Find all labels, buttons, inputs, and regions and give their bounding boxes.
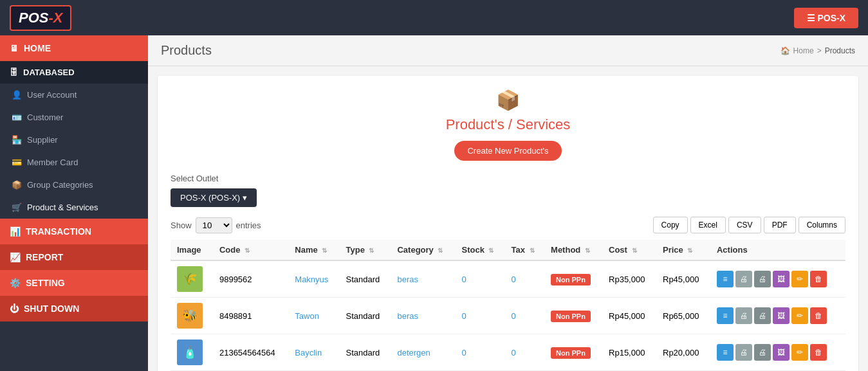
product-name[interactable]: Bayclin xyxy=(295,348,322,357)
sidebar-item-report[interactable]: 📈 REPORT xyxy=(0,244,148,270)
report-icon: 📈 xyxy=(10,252,21,262)
edit-button[interactable]: ✏ xyxy=(791,307,808,324)
delete-button[interactable]: 🗑 xyxy=(810,344,827,361)
print2-button[interactable]: 🖨 xyxy=(754,271,771,287)
col-image: Image xyxy=(171,240,213,260)
print2-button[interactable]: 🖨 xyxy=(754,307,771,324)
pdf-button[interactable]: PDF xyxy=(764,217,796,233)
entries-select[interactable]: 10 25 50 100 xyxy=(196,217,232,233)
table-row: 🐝8498891TawonStandardberas00Non PPnRp45,… xyxy=(171,298,845,334)
sidebar-item-member-card[interactable]: 💳 Member Card xyxy=(0,151,148,174)
table-controls: Show 10 25 50 100 entries Copy Excel CSV… xyxy=(171,217,845,233)
sidebar-item-product-services[interactable]: 🛒 Product & Services xyxy=(0,196,148,219)
create-product-button[interactable]: Create New Product's xyxy=(454,141,561,161)
method-badge: Non PPn xyxy=(551,347,591,359)
table-header-row: Image Code ⇅ Name ⇅ Type ⇅ Category ⇅ St… xyxy=(171,240,845,260)
image-button[interactable]: 🖼 xyxy=(773,271,790,287)
col-actions: Actions xyxy=(710,240,845,260)
detail-button[interactable]: ≡ xyxy=(717,344,734,361)
outlet-label: Select Outlet xyxy=(171,174,845,183)
sidebar-item-group-categories[interactable]: 📦 Group Categories xyxy=(0,174,148,196)
breadcrumb-home[interactable]: Home xyxy=(793,46,814,55)
content-area: Products 🏠 Home > Products 📦 Product's /… xyxy=(148,35,868,371)
breadcrumb: 🏠 Home > Products xyxy=(780,46,855,55)
shutdown-icon: ⏻ xyxy=(10,303,19,314)
sidebar-item-supplier[interactable]: 🏪 Supplier xyxy=(0,129,148,151)
sidebar-item-shutdown[interactable]: ⏻ SHUT DOWN xyxy=(0,296,148,321)
delete-button[interactable]: 🗑 xyxy=(810,307,827,324)
excel-button[interactable]: Excel xyxy=(690,217,726,233)
product-image: 🧴 xyxy=(177,339,203,365)
edit-button[interactable]: ✏ xyxy=(791,271,808,287)
method-badge: Non PPn xyxy=(551,274,591,285)
copy-button[interactable]: Copy xyxy=(653,217,688,233)
user-account-label: User Account xyxy=(27,90,77,100)
sidebar-item-transaction[interactable]: 📊 TRANSACTION xyxy=(0,219,148,244)
col-tax: Tax ⇅ xyxy=(504,240,544,260)
product-cost: Rp15,000 xyxy=(602,334,656,371)
sidebar-section-database: 🗄 DATABASED xyxy=(0,61,148,84)
customer-label: Customer xyxy=(27,113,63,122)
product-stock[interactable]: 0 xyxy=(461,348,466,357)
setting-icon: ⚙️ xyxy=(10,278,21,288)
nav-brand-button[interactable]: ☰ POS-X xyxy=(794,8,858,28)
product-price: Rp20,000 xyxy=(656,334,710,371)
detail-button[interactable]: ≡ xyxy=(717,307,734,324)
sidebar-item-user-account[interactable]: 👤 User Account xyxy=(0,84,148,106)
col-category: Category ⇅ xyxy=(391,240,455,260)
card-icon: 📦 xyxy=(171,89,845,111)
product-services-icon: 🛒 xyxy=(12,203,22,212)
product-tax[interactable]: 0 xyxy=(511,311,515,321)
main-layout: 🖥 HOME 🗄 DATABASED 👤 User Account 🪪 Cust… xyxy=(0,35,868,371)
product-price: Rp65,000 xyxy=(656,298,710,334)
product-price: Rp45,000 xyxy=(656,260,710,298)
columns-button[interactable]: Columns xyxy=(799,217,845,233)
product-stock[interactable]: 0 xyxy=(461,311,466,321)
report-label: REPORT xyxy=(26,252,63,262)
product-category[interactable]: detergen xyxy=(397,348,430,357)
col-stock: Stock ⇅ xyxy=(455,240,504,260)
product-category[interactable]: beras xyxy=(397,275,418,284)
product-category[interactable]: beras xyxy=(397,311,418,321)
product-tax[interactable]: 0 xyxy=(511,348,515,357)
image-button[interactable]: 🖼 xyxy=(773,344,790,361)
product-name[interactable]: Maknyus xyxy=(295,275,328,284)
home-label: HOME xyxy=(24,43,51,53)
sidebar-item-customer[interactable]: 🪪 Customer xyxy=(0,106,148,129)
product-code: 213654564564 xyxy=(213,334,288,371)
product-name[interactable]: Tawon xyxy=(295,311,319,321)
page-title: Products xyxy=(161,43,212,58)
print1-button[interactable]: 🖨 xyxy=(735,271,752,287)
image-button[interactable]: 🖼 xyxy=(773,307,790,324)
database-label: DATABASED xyxy=(23,68,75,77)
page-header: Products 🏠 Home > Products xyxy=(148,35,868,66)
home-breadcrumb-icon: 🏠 xyxy=(780,46,790,55)
card-header: 📦 Product's / Services Create New Produc… xyxy=(171,89,845,161)
user-icon: 👤 xyxy=(12,90,22,100)
table-row: 🌾9899562MaknyusStandardberas00Non PPnRp3… xyxy=(171,260,845,298)
print1-button[interactable]: 🖨 xyxy=(735,344,752,361)
outlet-dropdown[interactable]: POS-X (POS-X) ▾ xyxy=(171,188,257,207)
sidebar-item-home[interactable]: 🖥 HOME xyxy=(0,35,148,61)
breadcrumb-current: Products xyxy=(825,46,855,55)
product-stock[interactable]: 0 xyxy=(461,275,466,284)
detail-button[interactable]: ≡ xyxy=(717,271,734,287)
product-tax[interactable]: 0 xyxy=(511,275,515,284)
csv-button[interactable]: CSV xyxy=(728,217,761,233)
col-price: Price ⇅ xyxy=(656,240,710,260)
member-card-label: Member Card xyxy=(27,158,78,167)
print2-button[interactable]: 🖨 xyxy=(754,344,771,361)
col-method: Method ⇅ xyxy=(544,240,602,260)
show-entries: Show 10 25 50 100 entries xyxy=(171,217,261,233)
transaction-label: TRANSACTION xyxy=(26,226,91,237)
logo-text: POS-X xyxy=(19,10,62,26)
delete-button[interactable]: 🗑 xyxy=(810,271,827,287)
product-code: 9899562 xyxy=(213,260,288,298)
edit-button[interactable]: ✏ xyxy=(791,344,808,361)
member-card-icon: 💳 xyxy=(12,158,22,167)
group-categories-label: Group Categories xyxy=(27,180,93,190)
sidebar-item-setting[interactable]: ⚙️ SETTING xyxy=(0,270,148,296)
product-type: Standard xyxy=(339,334,391,371)
print1-button[interactable]: 🖨 xyxy=(735,307,752,324)
database-icon: 🗄 xyxy=(10,68,18,77)
